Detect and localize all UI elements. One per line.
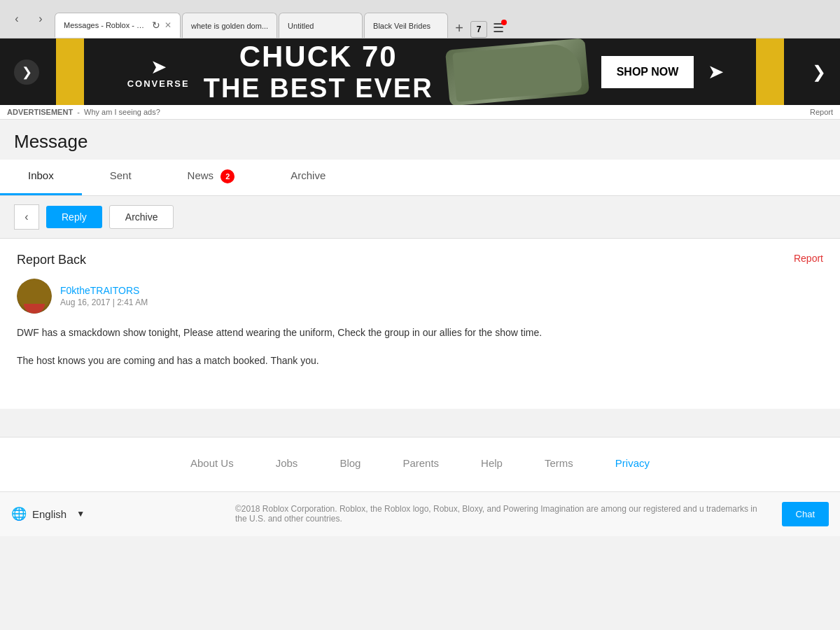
tab-label: Untitled [288, 22, 314, 30]
avatar-face [17, 279, 52, 314]
reply-button[interactable]: Reply [46, 206, 102, 228]
ad-shop-button[interactable]: SHOP NOW [601, 56, 694, 88]
message-card: Report Back Report F0ktheTRAITORS Aug 16… [0, 239, 840, 409]
chevron-down-icon: ▼ [76, 509, 85, 519]
message-timestamp: Aug 16, 2017 | 2:41 AM [60, 298, 148, 307]
ad-banner: ❯ ➤ CONVERSE CHUCK 70 THE BEST EVER SHOP… [0, 38, 840, 105]
tab-count[interactable]: 7 [470, 21, 487, 38]
footer-blog[interactable]: Blog [340, 457, 360, 469]
tab-golden[interactable]: whete is golden dom... [182, 13, 277, 38]
back-button[interactable]: ‹ [7, 9, 27, 29]
copyright-text: ©2018 Roblox Corporation. Roblox, the Ro… [221, 504, 782, 524]
ad-yellow-left [56, 38, 84, 105]
ad-main-text: CHUCK 70 THE BEST EVER [204, 40, 433, 104]
tab-untitled[interactable]: Untitled [279, 13, 363, 38]
tabs-area: Messages - Roblox - www.roblox.c... ↻ ✕ … [55, 0, 833, 38]
converse-brand: CONVERSE [127, 78, 190, 89]
forward-button[interactable]: › [31, 9, 50, 29]
notification-dot [501, 20, 507, 25]
ad-label: ADVERTISEMENT - Why am I seeing ads? [7, 108, 160, 116]
message-subject: Report Back [17, 253, 86, 267]
site-footer: About Us Jobs Blog Parents Help Terms Pr… [0, 437, 840, 491]
ad-shoe-image [445, 38, 589, 105]
page-content: Message Inbox Sent News 2 Archive ‹ Repl… [0, 120, 840, 437]
language-bar: 🌐 English ▼ ©2018 Roblox Corporation. Ro… [0, 491, 840, 536]
close-icon[interactable]: ✕ [164, 20, 172, 30]
shoe-shape [452, 42, 582, 102]
footer-parents[interactable]: Parents [402, 457, 439, 469]
converse-logo: ➤ CONVERSE [127, 55, 190, 89]
globe-icon: 🌐 [11, 506, 27, 522]
message-header: Message [0, 120, 840, 160]
ad-prev-button[interactable]: ❯ [14, 59, 39, 85]
ad-headline2: THE BEST EVER [204, 74, 433, 104]
chat-button[interactable]: Chat [782, 502, 829, 526]
message-tabs: Inbox Sent News 2 Archive [0, 160, 840, 196]
actions-bar: ‹ Reply Archive [0, 196, 840, 239]
ad-headline1: CHUCK 70 [204, 40, 433, 74]
sender-row: F0ktheTRAITORS Aug 16, 2017 | 2:41 AM [17, 279, 823, 314]
sender-name[interactable]: F0ktheTRAITORS [60, 285, 148, 296]
tab-inbox[interactable]: Inbox [0, 160, 82, 195]
news-badge: 2 [220, 169, 234, 183]
why-ads-link[interactable]: Why am I seeing ads? [84, 108, 160, 116]
new-tab-button[interactable]: + [449, 18, 469, 38]
page-title: Message [14, 131, 826, 153]
browser-chrome: ‹ › Messages - Roblox - www.roblox.c... … [0, 0, 840, 38]
advertisement-text: ADVERTISEMENT [7, 108, 73, 116]
tab-archive[interactable]: Archive [262, 160, 354, 195]
message-paragraph-2: The host knows you are coming and has a … [17, 353, 823, 370]
browser-menu-button[interactable]: ☰ [489, 18, 508, 38]
tab-news-label: News [188, 169, 214, 181]
footer-terms[interactable]: Terms [545, 457, 573, 469]
converse-star-icon: ➤ [150, 55, 167, 78]
footer-help[interactable]: Help [481, 457, 503, 469]
tab-messages[interactable]: Messages - Roblox - www.roblox.c... ↻ ✕ [55, 13, 181, 38]
message-paragraph-1: DWF has a smackdown show tonight, Please… [17, 325, 823, 342]
language-selector[interactable]: 🌐 English ▼ [11, 506, 221, 522]
ad-yellow-right [756, 38, 784, 105]
footer-privacy[interactable]: Privacy [615, 457, 650, 469]
ad-report-link[interactable]: Report [810, 108, 833, 116]
tab-news[interactable]: News 2 [160, 160, 263, 195]
ad-right-arrow: ❯ [812, 62, 826, 82]
back-message-button[interactable]: ‹ [14, 204, 39, 230]
sender-info: F0ktheTRAITORS Aug 16, 2017 | 2:41 AM [60, 285, 148, 307]
tab-label: whete is golden dom... [191, 22, 268, 30]
tab-sent[interactable]: Sent [82, 160, 160, 195]
content-spacer [0, 409, 840, 437]
message-body: DWF has a smackdown show tonight, Please… [17, 325, 823, 395]
reload-icon[interactable]: ↻ [152, 20, 160, 31]
converse-right-logo: ➤ [708, 60, 724, 83]
ad-content: ➤ CONVERSE CHUCK 70 THE BEST EVER SHOP N… [39, 40, 812, 104]
tab-label: Messages - Roblox - www.roblox.c... [64, 21, 148, 29]
language-label: English [32, 508, 66, 520]
tab-label: Black Veil Brides [373, 22, 430, 30]
footer-links: About Us Jobs Blog Parents Help Terms Pr… [0, 457, 840, 469]
ad-footer: ADVERTISEMENT - Why am I seeing ads? Rep… [0, 105, 840, 120]
tab-bvb[interactable]: Black Veil Brides [364, 13, 448, 38]
sender-avatar[interactable] [17, 279, 52, 314]
archive-button[interactable]: Archive [109, 205, 174, 229]
footer-about-us[interactable]: About Us [190, 457, 234, 469]
footer-jobs[interactable]: Jobs [276, 457, 298, 469]
report-message-link[interactable]: Report [794, 253, 823, 264]
